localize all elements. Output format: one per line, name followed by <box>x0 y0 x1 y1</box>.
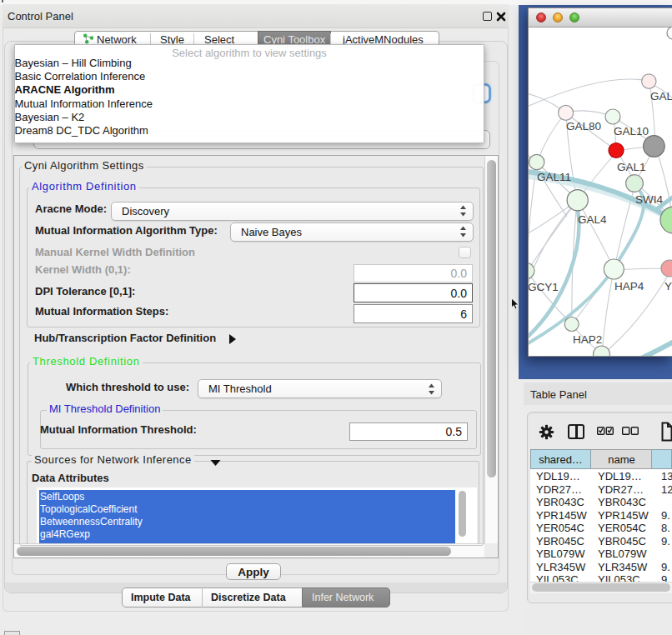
svg-text:YMR: YMR <box>664 280 672 292</box>
svg-text:GAL1: GAL1 <box>617 161 646 173</box>
svg-text:GAL7: GAL7 <box>650 90 672 102</box>
svg-text:GAL4: GAL4 <box>578 213 607 226</box>
svg-text:GCY1: GCY1 <box>529 281 559 293</box>
svg-text:HAP2: HAP2 <box>573 333 602 346</box>
svg-text:GAL11: GAL11 <box>537 171 571 183</box>
svg-text:SWI4: SWI4 <box>635 193 663 206</box>
svg-text:GAL10: GAL10 <box>614 125 649 138</box>
svg-text:GAL80: GAL80 <box>566 120 601 132</box>
svg-text:HAP4: HAP4 <box>614 280 644 292</box>
